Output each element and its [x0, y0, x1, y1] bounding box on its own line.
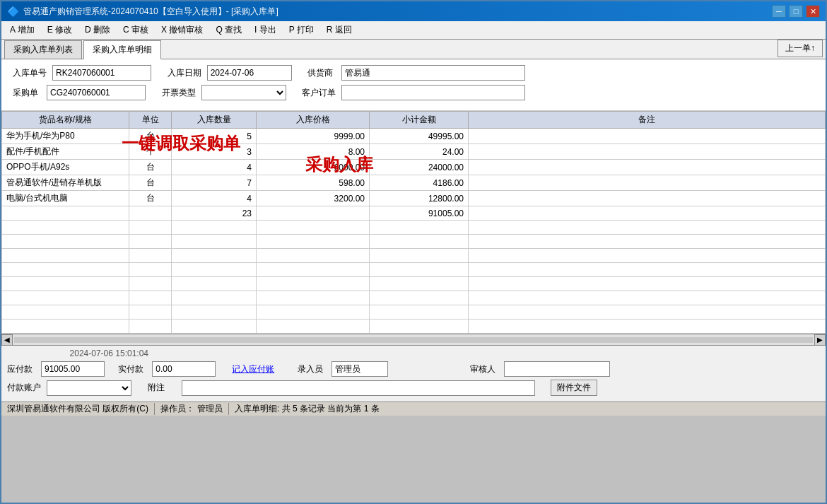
cell-product: OPPO手机/A92s: [2, 160, 129, 175]
cell-note: [469, 129, 826, 144]
operator-input[interactable]: [332, 361, 388, 377]
actual-input[interactable]: [152, 361, 216, 377]
restore-button[interactable]: □: [789, 5, 803, 18]
up-single-button[interactable]: 上一单↑: [778, 40, 823, 57]
menu-back[interactable]: R 返回: [321, 22, 358, 38]
total-price: [257, 206, 370, 221]
col-header-unit: 单位: [129, 112, 172, 129]
cell-unit: 台: [129, 175, 172, 191]
table-empty-row: [2, 263, 826, 277]
cell-unit: 台: [129, 160, 172, 175]
warehouse-date-label: 入库日期: [168, 67, 201, 79]
attach-files-button[interactable]: 附件文件: [551, 380, 597, 396]
scroll-right-button[interactable]: ▶: [814, 334, 826, 346]
cell-product: 华为手机/华为P80: [2, 129, 129, 144]
menu-add[interactable]: A 增加: [4, 22, 40, 38]
actual-label: 实付款: [118, 363, 146, 375]
table-empty-row: [2, 277, 826, 291]
menu-print[interactable]: P 打印: [283, 22, 319, 38]
form-area: 入库单号 入库日期 供货商 采购单 开票类型 客户订单: [1, 59, 826, 111]
menu-export[interactable]: I 导出: [249, 22, 282, 38]
menu-review[interactable]: C 审核: [117, 22, 154, 38]
cell-amount: 24000.00: [370, 160, 469, 175]
total-unit: [129, 206, 172, 221]
table-empty-row: [2, 320, 826, 334]
table-wrapper: 货品名称/规格 单位 入库数量 入库价格 小计金额 备注 华为手机/华为P80 …: [1, 111, 826, 334]
cell-unit: 台: [129, 191, 172, 206]
title-bar: 🔷 管易通产购销管理系统-2024070410【空白导入使用】- [采购入库单]…: [1, 1, 826, 21]
col-header-amount: 小计金额: [370, 112, 469, 129]
total-qty: 23: [172, 206, 257, 221]
annotation-text1: 一键调取采购单: [122, 132, 240, 155]
horizontal-scrollbar[interactable]: ◀ ▶: [1, 334, 826, 345]
purchase-order-label: 采购单: [13, 87, 41, 99]
customer-order-input[interactable]: [341, 85, 525, 100]
cell-note: [469, 144, 826, 160]
notes-input[interactable]: [182, 380, 535, 396]
cell-note: [469, 160, 826, 175]
cell-amount: 49995.00: [370, 129, 469, 144]
col-header-product: 货品名称/规格: [2, 112, 129, 129]
table-row[interactable]: 管易通软件/进销存单机版 台 7 598.00 4186.00: [2, 175, 826, 191]
cell-amount: 12800.00: [370, 191, 469, 206]
record-info: 入库单明细: 共 5 条记录 当前为第 1 条: [235, 403, 380, 415]
main-content: 入库单号 入库日期 供货商 采购单 开票类型 客户订单: [1, 59, 826, 334]
table-empty-row: [2, 291, 826, 305]
minimize-button[interactable]: ─: [772, 5, 786, 18]
col-header-note: 备注: [469, 112, 826, 129]
close-button[interactable]: ✕: [806, 5, 820, 18]
warehouse-no-label: 入库单号: [13, 67, 47, 79]
record-payable-link[interactable]: 记入应付账: [232, 363, 274, 375]
invoice-type-select[interactable]: [201, 85, 286, 100]
payable-label: 应付款: [7, 363, 35, 375]
app-icon: 🔷: [7, 6, 19, 17]
menu-edit[interactable]: E 修改: [42, 22, 78, 38]
company-info: 深圳管易通软件有限公司 版权所有(C): [7, 403, 155, 415]
payable-input[interactable]: [41, 361, 105, 377]
total-amount: 91005.00: [370, 206, 469, 221]
cell-price: 3200.00: [257, 191, 370, 206]
supplier-label: 供货商: [307, 67, 336, 79]
operator-status: 管理员: [197, 403, 229, 415]
table-total-row: 23 91005.00: [2, 206, 826, 221]
menu-delete[interactable]: D 删除: [79, 22, 116, 38]
warehouse-date-input[interactable]: [207, 65, 292, 81]
menu-bar: A 增加 E 修改 D 删除 C 审核 X 撤销审核 Q 查找 I 导出 P 打…: [1, 21, 826, 40]
window-title: 管易通产购销管理系统-2024070410【空白导入使用】- [采购入库单]: [23, 6, 278, 18]
customer-order-label: 客户订单: [302, 87, 336, 99]
reviewer-input[interactable]: [504, 361, 610, 377]
table-empty-row: [2, 249, 826, 263]
supplier-input[interactable]: [341, 65, 525, 81]
payment-account-select[interactable]: [47, 380, 131, 396]
bottom-area: 2024-07-06 15:01:04 应付款 实付款 记入应付账 录入员 审核…: [1, 345, 826, 402]
col-header-price: 入库价格: [257, 112, 370, 129]
table-empty-row: [2, 305, 826, 320]
menu-find[interactable]: Q 查找: [210, 22, 247, 38]
table-row[interactable]: 电脑/台式机电脑 台 4 3200.00 12800.00: [2, 191, 826, 206]
cell-amount: 4186.00: [370, 175, 469, 191]
cell-product: 电脑/台式机电脑: [2, 191, 129, 206]
cell-product: 配件/手机配件: [2, 144, 129, 160]
total-label: [2, 206, 129, 221]
cell-qty: 7: [172, 175, 257, 191]
table-empty-row: [2, 221, 826, 235]
scroll-track[interactable]: [14, 337, 813, 343]
cell-product: 管易通软件/进销存单机版: [2, 175, 129, 191]
invoice-type-label: 开票类型: [162, 87, 196, 99]
col-header-qty: 入库数量: [172, 112, 257, 129]
annotation-text2: 采购入库: [305, 153, 373, 176]
cell-qty: 4: [172, 160, 257, 175]
purchase-order-input[interactable]: [47, 85, 146, 100]
warehouse-no-input[interactable]: [52, 65, 151, 81]
tabs-bar: 采购入库单列表 采购入库单明细 上一单↑: [1, 40, 826, 59]
payment-account-label: 付款账户: [7, 382, 41, 394]
total-note: [469, 206, 826, 221]
cell-qty: 4: [172, 191, 257, 206]
table-row[interactable]: OPPO手机/A92s 台 4 6000.00 24000.00: [2, 160, 826, 175]
tab-detail[interactable]: 采购入库单明细: [83, 40, 161, 59]
menu-unreview[interactable]: X 撤销审核: [156, 22, 209, 38]
tab-list[interactable]: 采购入库单列表: [4, 40, 82, 59]
notes-label: 附注: [148, 382, 176, 394]
cell-price: 9999.00: [257, 129, 370, 144]
scroll-left-button[interactable]: ◀: [1, 334, 13, 346]
